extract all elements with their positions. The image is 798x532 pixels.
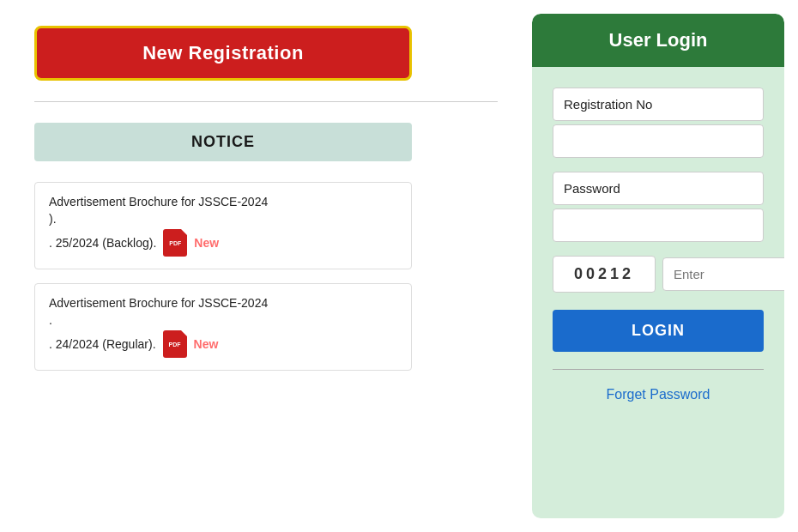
pdf-icon-1[interactable]: PDF [163, 229, 187, 257]
form-divider [553, 369, 764, 370]
list-item: Advertisement Brochure for JSSCE-2024 ).… [34, 182, 412, 269]
notice-list: Advertisement Brochure for JSSCE-2024 ).… [34, 182, 498, 371]
left-panel: New Registration NOTICE Advertisement Br… [0, 0, 532, 532]
login-button[interactable]: LOGIN [553, 310, 764, 352]
notice-date-1: . 25/2024 (Backlog). [49, 236, 156, 250]
new-badge-1: New [194, 236, 219, 250]
reg-no-label: Registration No [553, 88, 764, 121]
new-registration-button[interactable]: New Registration [34, 26, 412, 81]
notice-sub-1: ). [49, 212, 397, 226]
reg-no-input[interactable] [553, 124, 764, 158]
captcha-value: 00212 [553, 256, 656, 293]
list-item: Advertisement Brochure for JSSCE-2024 . … [34, 283, 412, 371]
login-form: Registration No Password 00212 LOGIN For… [532, 67, 784, 518]
notice-footer-1: . 25/2024 (Backlog). PDF New [49, 229, 397, 257]
notice-title-1: Advertisement Brochure for JSSCE-2024 [49, 195, 397, 209]
forget-password-link[interactable]: Forget Password [553, 387, 764, 402]
divider [34, 101, 498, 102]
right-panel: User Login Registration No Password 0021… [532, 14, 784, 518]
main-layout: New Registration NOTICE Advertisement Br… [0, 0, 798, 532]
notice-header: NOTICE [34, 123, 412, 161]
password-group: Password [553, 172, 764, 242]
notice-title-2: Advertisement Brochure for JSSCE-2024 [49, 296, 397, 310]
password-input[interactable] [553, 209, 764, 242]
password-label: Password [553, 172, 764, 205]
new-badge-2: New [194, 337, 219, 351]
captcha-row: 00212 [553, 256, 764, 293]
reg-no-group: Registration No [553, 88, 764, 158]
notice-date-2: . 24/2024 (Regular). [49, 337, 156, 351]
captcha-input[interactable] [662, 257, 784, 291]
pdf-icon-2[interactable]: PDF [163, 330, 187, 358]
user-login-header: User Login [532, 14, 784, 67]
notice-sub-2: . [49, 313, 397, 327]
notice-footer-2: . 24/2024 (Regular). PDF New [49, 330, 397, 358]
